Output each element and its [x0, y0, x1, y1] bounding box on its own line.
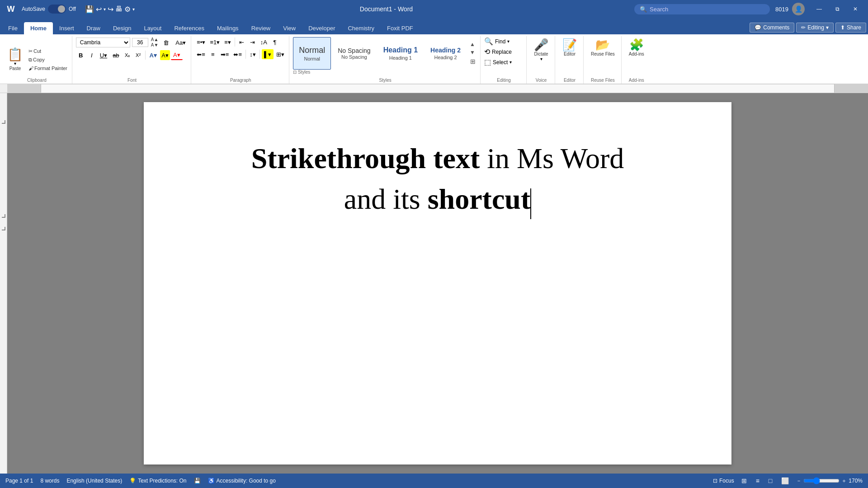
tab-foxit[interactable]: Foxit PDF	[381, 22, 420, 34]
find-dropdown[interactable]: ▾	[507, 39, 509, 44]
styles-scroll-up[interactable]: ▲	[468, 41, 477, 48]
font-size-input[interactable]	[132, 38, 148, 47]
italic-button[interactable]: I	[87, 50, 97, 60]
increase-font-button[interactable]: A▲	[150, 37, 160, 42]
restore-button[interactable]: ⧉	[828, 2, 846, 16]
show-marks-button[interactable]: ¶	[270, 37, 280, 47]
fold-mark-3[interactable]	[2, 227, 5, 230]
dictate-button[interactable]: 🎤 Dictate ▾	[530, 37, 552, 63]
user-avatar[interactable]: 👤	[792, 3, 805, 15]
sort-button[interactable]: ↕A	[259, 37, 269, 47]
shading-button[interactable]: ▌▾	[262, 49, 274, 59]
tab-insert[interactable]: Insert	[53, 22, 80, 34]
font-family-select[interactable]: Cambria	[76, 38, 130, 47]
outline-view-button[interactable]: ⬜	[779, 476, 791, 485]
font-color-button[interactable]: A▾	[171, 50, 183, 60]
word-count[interactable]: 8 words	[40, 478, 59, 484]
line-spacing-button[interactable]: ↕▾	[248, 49, 258, 59]
redo-icon[interactable]: ↪	[108, 5, 113, 14]
tab-review[interactable]: Review	[245, 22, 277, 34]
style-no-spacing[interactable]: No Spacing No Spacing	[332, 37, 376, 70]
bullets-button[interactable]: ≡•▾	[195, 37, 207, 47]
print-preview-icon[interactable]: 🖶	[115, 5, 123, 13]
editor-button[interactable]: 📝 Editor	[559, 37, 580, 58]
save-icon[interactable]: 💾	[85, 5, 94, 14]
underline-button[interactable]: U▾	[98, 50, 109, 60]
tab-file[interactable]: File	[2, 22, 24, 34]
select-label[interactable]: Select	[493, 59, 508, 66]
tab-chemistry[interactable]: Chemistry	[341, 22, 381, 34]
text-effects-button[interactable]: A▾	[147, 50, 159, 60]
dictate-dropdown[interactable]: ▾	[540, 56, 542, 61]
customize-icon[interactable]: ⚙	[124, 5, 131, 14]
bold-button[interactable]: B	[76, 50, 86, 60]
tab-view[interactable]: View	[277, 22, 302, 34]
numbering-button[interactable]: ≡1▾	[208, 37, 222, 47]
zoom-in-button[interactable]: ＋	[841, 477, 847, 485]
style-heading2[interactable]: Heading 2 Heading 2	[425, 37, 467, 70]
select-dropdown[interactable]: ▾	[509, 60, 512, 65]
undo-dropdown-icon[interactable]: ▾	[104, 7, 106, 12]
style-normal[interactable]: Normal Normal	[293, 37, 331, 70]
text-case-button[interactable]: Aa▾	[173, 38, 188, 47]
tab-draw[interactable]: Draw	[80, 22, 107, 34]
language-indicator[interactable]: English (United States)	[66, 478, 122, 484]
reuse-files-button[interactable]: 📂 Reuse Files	[587, 37, 618, 58]
search-box[interactable]: 🔍	[634, 4, 770, 14]
borders-button[interactable]: ⊞▾	[274, 49, 286, 59]
styles-expand-button[interactable]: ⊞	[468, 57, 477, 66]
tab-design[interactable]: Design	[107, 22, 137, 34]
autosave-toggle[interactable]	[48, 5, 66, 14]
copy-button[interactable]: ⧉ Copy	[27, 56, 69, 64]
paste-dropdown[interactable]: ▾	[14, 61, 16, 66]
subscript-button[interactable]: X²	[133, 50, 143, 60]
styles-scroll-down[interactable]: ▼	[468, 49, 477, 56]
paste-button[interactable]: 📋 ▾ Paste	[5, 47, 26, 73]
document-page[interactable]: Strikethrough text in Ms Word and its sh…	[144, 102, 731, 465]
text-predictions[interactable]: 💡 Text Predictions: On	[129, 478, 186, 484]
zoom-control[interactable]: － ＋ 170%	[796, 477, 863, 485]
addins-button[interactable]: 🧩 Add-ins	[625, 37, 648, 58]
strikethrough-button[interactable]: ab	[110, 50, 121, 60]
page-info[interactable]: Page 1 of 1	[5, 478, 33, 484]
search-input[interactable]	[650, 6, 764, 13]
decrease-font-button[interactable]: A▼	[150, 42, 160, 48]
style-heading1[interactable]: Heading 1 Heading 1	[377, 37, 424, 70]
tab-home[interactable]: Home	[24, 22, 53, 34]
find-label[interactable]: Find	[495, 38, 505, 45]
undo-icon[interactable]: ↩	[96, 5, 102, 14]
read-mode-button[interactable]: □	[767, 476, 774, 485]
tab-developer[interactable]: Developer	[302, 22, 341, 34]
format-painter-button[interactable]: 🖌 Format Painter	[27, 65, 69, 72]
cut-button[interactable]: ✂ Cut	[27, 47, 69, 55]
replace-label[interactable]: Replace	[492, 49, 512, 55]
multilevel-button[interactable]: ≡▾	[222, 37, 233, 47]
tab-mailings[interactable]: Mailings	[211, 22, 245, 34]
close-button[interactable]: ✕	[846, 2, 864, 16]
tab-references[interactable]: References	[168, 22, 210, 34]
styles-dialog-launcher[interactable]: ⊡ Styles	[293, 70, 310, 75]
highlight-button[interactable]: A▾	[160, 50, 170, 60]
clear-formatting-button[interactable]: 🗑	[161, 38, 171, 47]
align-left-button[interactable]: ⬅≡	[195, 49, 207, 59]
comments-button[interactable]: 💬 Comments	[750, 23, 794, 33]
zoom-slider[interactable]	[803, 477, 840, 484]
web-layout-button[interactable]: ≡	[754, 476, 761, 485]
editing-button[interactable]: ✏ Editing ▾	[796, 23, 834, 33]
zoom-out-button[interactable]: －	[796, 477, 802, 485]
zoom-level[interactable]: 170%	[849, 478, 863, 484]
focus-button[interactable]: ⊡ Focus	[713, 478, 734, 484]
share-button[interactable]: ⬆ Share	[835, 23, 866, 33]
double-strikethrough-button[interactable]: X₂	[123, 50, 132, 60]
justify-button[interactable]: ⬌≡	[231, 49, 244, 59]
increase-indent-button[interactable]: ⇥	[248, 37, 258, 47]
decrease-indent-button[interactable]: ⇤	[237, 37, 247, 47]
fold-mark-2[interactable]	[2, 214, 5, 218]
accessibility[interactable]: ♿ Accessibility: Good to go	[208, 478, 276, 484]
minimize-button[interactable]: —	[810, 2, 828, 16]
customize-dropdown-icon[interactable]: ▾	[132, 7, 135, 12]
print-layout-button[interactable]: ⊞	[740, 476, 749, 485]
align-center-button[interactable]: ≡	[208, 49, 218, 59]
fold-mark-1[interactable]	[2, 120, 5, 124]
tab-layout[interactable]: Layout	[137, 22, 168, 34]
